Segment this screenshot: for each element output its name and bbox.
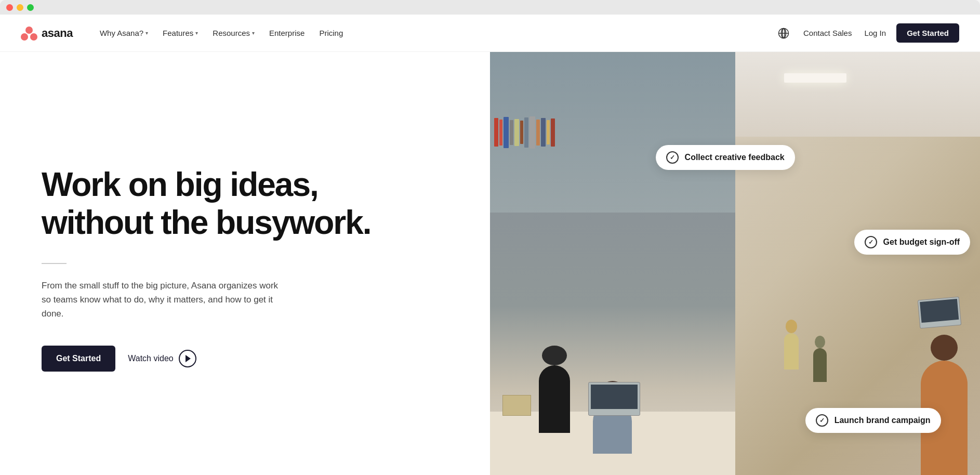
nav-get-started-button[interactable]: Get Started <box>896 23 959 43</box>
minimize-button[interactable] <box>17 4 23 11</box>
hero-headline-line1: Work on big ideas, <box>42 166 318 203</box>
check-circle-launch: ✓ <box>816 414 828 427</box>
task-label-launch: Launch brand campaign <box>835 416 931 425</box>
hero-divider <box>42 263 67 264</box>
page-container: asana Why Asana? ▾ Features ▾ Resources … <box>0 15 980 475</box>
chevron-down-icon: ▾ <box>195 30 198 36</box>
nav-pricing[interactable]: Pricing <box>313 24 349 42</box>
person-standing <box>539 346 570 433</box>
check-circle-collect: ✓ <box>666 151 679 164</box>
task-label-collect: Collect creative feedback <box>685 153 785 162</box>
maximize-button[interactable] <box>27 4 34 11</box>
login-link[interactable]: Log In <box>862 24 888 42</box>
globe-icon[interactable] <box>774 24 793 43</box>
watch-video-label: Watch video <box>128 354 173 363</box>
logo-icon <box>21 25 37 42</box>
nav-features[interactable]: Features ▾ <box>156 24 204 42</box>
window-chrome <box>0 0 980 15</box>
play-icon <box>179 350 196 367</box>
nav-resources[interactable]: Resources ▾ <box>206 24 261 42</box>
nav-links: Why Asana? ▾ Features ▾ Resources ▾ Ente… <box>94 24 774 42</box>
chevron-down-icon: ▾ <box>252 30 255 36</box>
box <box>502 395 531 416</box>
hero-cta: Get Started Watch video <box>42 346 459 372</box>
nav-why-asana[interactable]: Why Asana? ▾ <box>94 24 154 42</box>
close-button[interactable] <box>6 4 13 11</box>
logo-text: asana <box>42 27 73 40</box>
left-photo <box>490 52 735 475</box>
watch-video-button[interactable]: Watch video <box>128 350 196 367</box>
hero-right: ✓ Collect creative feedback ✓ Get budget… <box>490 52 980 475</box>
task-pill-launch: ✓ Launch brand campaign <box>805 408 941 433</box>
hero-headline-line2: without the busywork. <box>42 204 371 241</box>
person-foreground <box>921 335 968 475</box>
chevron-down-icon: ▾ <box>145 30 148 36</box>
svg-point-2 <box>30 33 37 41</box>
task-pill-budget: ✓ Get budget sign-off <box>854 230 971 255</box>
bookshelf <box>490 52 735 213</box>
task-label-budget: Get budget sign-off <box>883 238 960 247</box>
task-pill-collect: ✓ Collect creative feedback <box>656 145 795 170</box>
svg-point-0 <box>25 27 33 34</box>
contact-sales-link[interactable]: Contact Sales <box>801 24 854 42</box>
svg-point-1 <box>21 33 28 41</box>
navbar: asana Why Asana? ▾ Features ▾ Resources … <box>0 15 980 52</box>
nav-enterprise[interactable]: Enterprise <box>263 24 311 42</box>
hero-subtext: From the small stuff to the big picture,… <box>42 279 281 321</box>
play-triangle <box>186 355 191 362</box>
hero-left: Work on big ideas, without the busywork.… <box>0 52 490 475</box>
laptop <box>588 382 640 416</box>
hero-get-started-button[interactable]: Get Started <box>42 346 115 372</box>
nav-right: Contact Sales Log In Get Started <box>774 23 959 43</box>
check-circle-budget: ✓ <box>865 236 877 248</box>
logo[interactable]: asana <box>21 25 73 42</box>
main-content: Work on big ideas, without the busywork.… <box>0 52 980 475</box>
hero-headline: Work on big ideas, without the busywork. <box>42 166 459 242</box>
